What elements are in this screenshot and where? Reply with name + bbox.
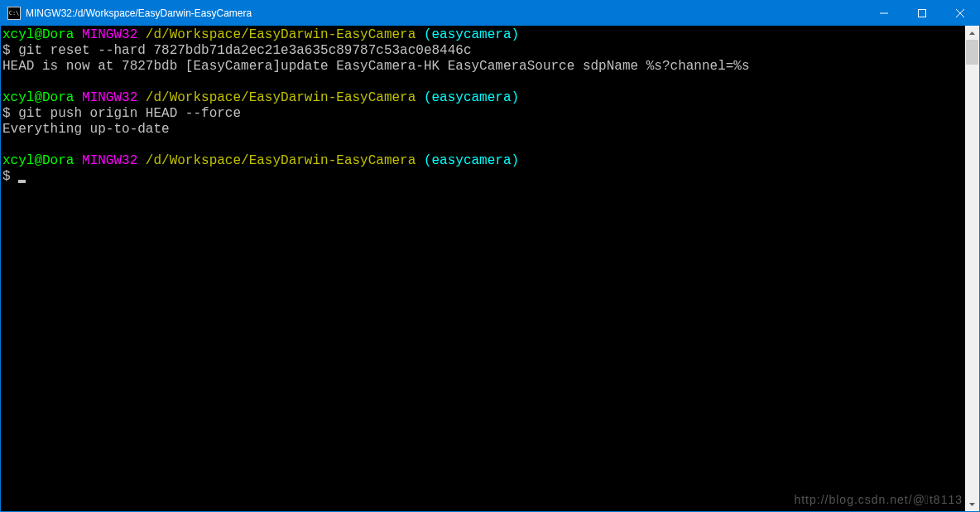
- command-line: $ git reset --hard 7827bdb71da2ec21e3a63…: [2, 43, 963, 59]
- terminal-window: C:\ MINGW32:/d/Workspace/EasyDarwin-Easy…: [0, 0, 980, 512]
- app-icon: C:\: [7, 7, 21, 20]
- prompt-branch: (easycamera): [416, 153, 519, 168]
- prompt-sys: MINGW32: [74, 27, 137, 42]
- blank-line: [2, 138, 963, 153]
- svg-rect-1: [919, 10, 926, 17]
- titlebar[interactable]: C:\ MINGW32:/d/Workspace/EasyDarwin-Easy…: [1, 1, 979, 26]
- close-button[interactable]: [941, 1, 979, 26]
- prompt-line: xcyl@Dora MINGW32 /d/Workspace/EasyDarwi…: [2, 90, 963, 106]
- command-line: $ git push origin HEAD --force: [2, 106, 963, 122]
- prompt-branch: (easycamera): [416, 90, 519, 105]
- prompt-sys: MINGW32: [74, 90, 137, 105]
- output-line: Everything up-to-date: [2, 122, 963, 138]
- window-title: MINGW32:/d/Workspace/EasyDarwin-EasyCame…: [26, 7, 865, 19]
- prompt-line: xcyl@Dora MINGW32 /d/Workspace/EasyDarwi…: [2, 153, 963, 169]
- scroll-thumb[interactable]: [966, 40, 978, 65]
- minimize-button[interactable]: [865, 1, 903, 26]
- terminal-container: xcyl@Dora MINGW32 /d/Workspace/EasyDarwi…: [1, 26, 979, 511]
- scroll-up-icon[interactable]: [965, 26, 979, 40]
- prompt-path: /d/Workspace/EasyDarwin-EasyCamera: [137, 27, 416, 42]
- prompt-path: /d/Workspace/EasyDarwin-EasyCamera: [137, 153, 416, 168]
- prompt-sys: MINGW32: [74, 153, 137, 168]
- prompt-branch: (easycamera): [416, 27, 519, 42]
- prompt-user: xcyl@Dora: [2, 27, 74, 42]
- prompt-user: xcyl@Dora: [2, 90, 74, 105]
- blank-line: [2, 75, 963, 90]
- cursor-icon: [18, 180, 26, 183]
- prompt-user: xcyl@Dora: [2, 153, 74, 168]
- scrollbar[interactable]: [965, 26, 979, 511]
- svg-marker-5: [969, 503, 975, 506]
- prompt-line: xcyl@Dora MINGW32 /d/Workspace/EasyDarwi…: [2, 27, 963, 43]
- terminal-content[interactable]: xcyl@Dora MINGW32 /d/Workspace/EasyDarwi…: [1, 26, 965, 511]
- maximize-button[interactable]: [903, 1, 941, 26]
- scroll-down-icon[interactable]: [965, 497, 979, 511]
- current-prompt[interactable]: $: [2, 169, 963, 185]
- prompt-path: /d/Workspace/EasyDarwin-EasyCamera: [137, 90, 416, 105]
- svg-marker-4: [969, 31, 975, 35]
- output-line: HEAD is now at 7827bdb [EasyCamera]updat…: [2, 59, 963, 75]
- window-controls: [865, 1, 979, 26]
